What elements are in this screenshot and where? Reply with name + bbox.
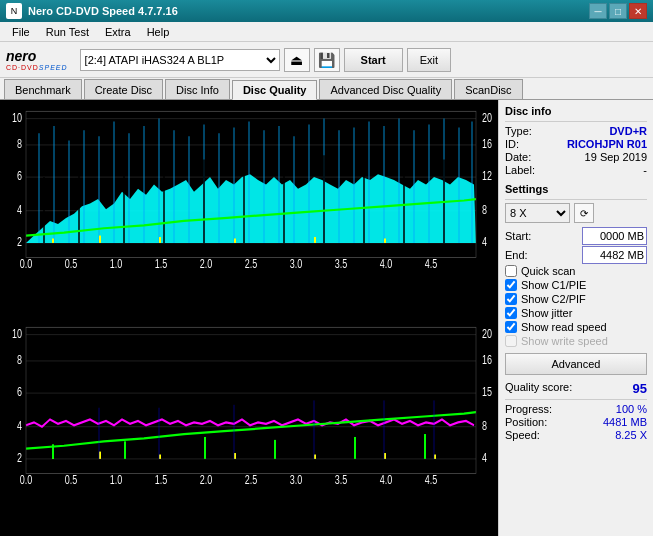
speed-value-q: 8.25 X — [615, 429, 647, 441]
tab-benchmark[interactable]: Benchmark — [4, 79, 82, 99]
tab-advanced-disc-quality[interactable]: Advanced Disc Quality — [319, 79, 452, 99]
svg-rect-107 — [274, 440, 276, 459]
show-c1pie-label: Show C1/PIE — [521, 279, 586, 291]
exit-button[interactable]: Exit — [407, 48, 451, 72]
disc-label-row: Label: - — [505, 164, 647, 176]
titlebar: N Nero CD-DVD Speed 4.7.7.16 ─ □ ✕ — [0, 0, 653, 22]
show-c1pie-checkbox[interactable] — [505, 279, 517, 291]
svg-text:6: 6 — [17, 168, 22, 182]
quick-scan-checkbox[interactable] — [505, 265, 517, 277]
svg-text:20: 20 — [482, 326, 492, 340]
svg-text:4.5: 4.5 — [425, 256, 438, 270]
show-read-speed-label: Show read speed — [521, 321, 607, 333]
svg-rect-105 — [124, 441, 126, 459]
divider1 — [505, 121, 647, 122]
progress-row: Progress: 100 % — [505, 403, 647, 415]
show-c1pie-row: Show C1/PIE — [505, 279, 647, 291]
svg-rect-106 — [204, 437, 206, 459]
svg-rect-60 — [159, 237, 161, 243]
save-icon-button[interactable]: 💾 — [314, 48, 340, 72]
menu-help[interactable]: Help — [139, 24, 178, 40]
svg-text:0.5: 0.5 — [65, 256, 78, 270]
show-read-speed-checkbox[interactable] — [505, 321, 517, 333]
menu-run-test[interactable]: Run Test — [38, 24, 97, 40]
svg-text:8: 8 — [17, 136, 22, 150]
close-button[interactable]: ✕ — [629, 3, 647, 19]
disc-label-label: Label: — [505, 164, 535, 176]
show-jitter-label: Show jitter — [521, 307, 572, 319]
svg-rect-63 — [384, 239, 386, 243]
tab-create-disc[interactable]: Create Disc — [84, 79, 163, 99]
svg-text:3.5: 3.5 — [335, 256, 348, 270]
svg-text:0.0: 0.0 — [20, 256, 33, 270]
speed-select[interactable]: 8 X — [505, 203, 570, 223]
show-write-speed-checkbox[interactable] — [505, 335, 517, 347]
end-mb-input[interactable] — [582, 246, 647, 264]
position-label: Position: — [505, 416, 547, 428]
svg-rect-92 — [99, 452, 101, 459]
svg-text:3.5: 3.5 — [335, 472, 348, 486]
svg-rect-94 — [234, 453, 236, 459]
refresh-icon-button[interactable]: ⟳ — [574, 203, 594, 223]
tab-disc-info[interactable]: Disc Info — [165, 79, 230, 99]
position-row: Position: 4481 MB — [505, 416, 647, 428]
svg-rect-95 — [314, 455, 316, 459]
start-button[interactable]: Start — [344, 48, 403, 72]
chart2-svg: 10 8 6 4 2 20 16 15 8 4 — [4, 320, 494, 532]
menubar: File Run Test Extra Help — [0, 22, 653, 42]
titlebar-controls: ─ □ ✕ — [589, 3, 647, 19]
svg-text:4: 4 — [17, 418, 22, 432]
nero-logo-subtitle: CD·DVDSPEED — [6, 64, 68, 71]
end-mb-row: End: — [505, 246, 647, 264]
advanced-button[interactable]: Advanced — [505, 353, 647, 375]
svg-rect-58 — [52, 239, 54, 243]
svg-rect-109 — [424, 434, 426, 459]
tab-scan-disc[interactable]: ScanDisc — [454, 79, 522, 99]
divider3 — [505, 399, 647, 400]
minimize-button[interactable]: ─ — [589, 3, 607, 19]
show-write-speed-row: Show write speed — [505, 335, 647, 347]
svg-text:16: 16 — [482, 136, 492, 150]
date-value: 19 Sep 2019 — [585, 151, 647, 163]
type-row: Type: DVD+R — [505, 125, 647, 137]
svg-text:0.5: 0.5 — [65, 472, 78, 486]
svg-rect-96 — [384, 453, 386, 459]
menu-file[interactable]: File — [4, 24, 38, 40]
id-row: ID: RICOHJPN R01 — [505, 138, 647, 150]
svg-text:2.0: 2.0 — [200, 256, 213, 270]
speed-row-q: Speed: 8.25 X — [505, 429, 647, 441]
id-value: RICOHJPN R01 — [567, 138, 647, 150]
type-label: Type: — [505, 125, 532, 137]
svg-rect-108 — [354, 437, 356, 459]
svg-text:2: 2 — [17, 450, 22, 464]
drive-select[interactable]: [2:4] ATAPI iHAS324 A BL1P — [80, 49, 280, 71]
svg-text:16: 16 — [482, 352, 492, 366]
svg-rect-75 — [4, 320, 494, 532]
svg-text:2.5: 2.5 — [245, 472, 258, 486]
show-c2pif-row: Show C2/PIF — [505, 293, 647, 305]
position-value: 4481 MB — [603, 416, 647, 428]
svg-text:2.5: 2.5 — [245, 256, 258, 270]
svg-text:4.5: 4.5 — [425, 472, 438, 486]
menu-extra[interactable]: Extra — [97, 24, 139, 40]
svg-text:8: 8 — [482, 202, 487, 216]
svg-text:8: 8 — [17, 352, 22, 366]
svg-rect-97 — [434, 455, 436, 459]
quality-score-label: Quality score: — [505, 381, 572, 396]
svg-rect-62 — [314, 237, 316, 243]
show-jitter-checkbox[interactable] — [505, 307, 517, 319]
svg-text:12: 12 — [482, 168, 492, 182]
eject-icon-button[interactable]: ⏏ — [284, 48, 310, 72]
show-c2pif-checkbox[interactable] — [505, 293, 517, 305]
disc-label-value: - — [643, 164, 647, 176]
svg-text:4.0: 4.0 — [380, 256, 393, 270]
start-label: Start: — [505, 230, 531, 242]
svg-text:4: 4 — [482, 450, 487, 464]
show-read-speed-row: Show read speed — [505, 321, 647, 333]
start-mb-input[interactable] — [582, 227, 647, 245]
maximize-button[interactable]: □ — [609, 3, 627, 19]
svg-text:4.0: 4.0 — [380, 472, 393, 486]
tab-disc-quality[interactable]: Disc Quality — [232, 80, 318, 100]
svg-rect-61 — [234, 239, 236, 243]
right-panel: Disc info Type: DVD+R ID: RICOHJPN R01 D… — [498, 100, 653, 536]
